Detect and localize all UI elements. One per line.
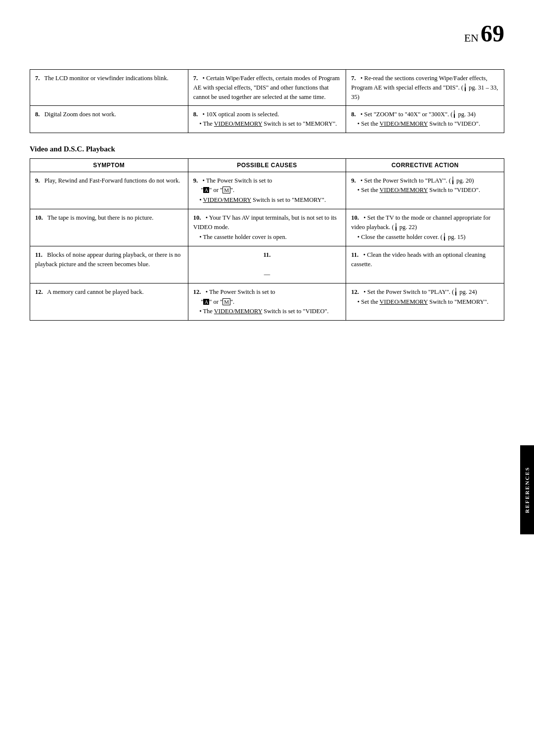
causes-cell-7: 7. • Certain Wipe/Fader effects, certain… (188, 70, 346, 106)
page-container: EN 69 REFERENCES 7. The LCD monitor or v… (0, 0, 534, 756)
symptom-cell-12: 12. A memory card cannot be played back. (30, 284, 188, 321)
causes-cell-9: 9. • The Power Switch is set to "A" or "… (188, 172, 346, 209)
symptom-cell-8: 8. Digital Zoom does not work. (30, 106, 188, 133)
symptom-cell-7: 7. The LCD monitor or viewfinder indicat… (30, 70, 188, 106)
table-row: 12. A memory card cannot be played back.… (30, 284, 504, 321)
row-num-11: 11. (35, 251, 43, 258)
row-num-7: 7. (35, 75, 40, 82)
row-num-9-action: 9. (351, 177, 356, 184)
action-cell-11: 11. • Clean the video heads with an opti… (346, 246, 504, 284)
action-cell-8: 8. • Set "ZOOM" to "40X" or "300X". (╽ p… (346, 106, 504, 133)
action-cell-10: 10. • Set the TV to the mode or channel … (346, 209, 504, 246)
page-num-value: 69 (481, 20, 504, 47)
section-heading: Video and D.S.C. Playback (30, 145, 504, 153)
row-num-8: 8. (35, 111, 40, 118)
row-num-11-action: 11. (351, 251, 358, 258)
action-cell-12: 12. • Set the Power Switch to "PLAY". (╽… (346, 284, 504, 321)
action-cell-7: 7. • Re-read the sections covering Wipe/… (346, 70, 504, 106)
table-row: 11. Blocks of noise appear during playba… (30, 246, 504, 284)
row-num-12-causes: 12. (193, 288, 201, 295)
top-table: 7. The LCD monitor or viewfinder indicat… (30, 69, 504, 133)
row-num-7-action: 7. (351, 75, 356, 82)
side-tab-label: REFERENCES (524, 467, 530, 513)
symptom-cell-10: 10. The tape is moving, but there is no … (30, 209, 188, 246)
row-num-11-causes: 11. (264, 251, 271, 258)
symptom-cell-9: 9. Play, Rewind and Fast-Forward functio… (30, 172, 188, 209)
causes-cell-12: 12. • The Power Switch is set to "A" or … (188, 284, 346, 321)
table-row: 10. The tape is moving, but there is no … (30, 209, 504, 246)
table-header-row: SYMPTOM POSSIBLE CAUSES CORRECTIVE ACTIO… (30, 158, 504, 172)
col-header-action: CORRECTIVE ACTION (346, 158, 504, 172)
table-row: 7. The LCD monitor or viewfinder indicat… (30, 70, 504, 106)
row-num-10: 10. (35, 214, 43, 221)
col-header-symptom: SYMPTOM (30, 158, 188, 172)
row-num-10-action: 10. (351, 214, 359, 221)
trouble-table: SYMPTOM POSSIBLE CAUSES CORRECTIVE ACTIO… (30, 158, 504, 321)
causes-cell-10: 10. • Your TV has AV input terminals, bu… (188, 209, 346, 246)
causes-cell-8: 8. • 10X optical zoom is selected. • The… (188, 106, 346, 133)
row-num-7-causes: 7. (193, 75, 198, 82)
row-num-8-action: 8. (351, 111, 356, 118)
action-cell-9: 9. • Set the Power Switch to "PLAY". (╽ … (346, 172, 504, 209)
table-row: 8. Digital Zoom does not work. 8. • 10X … (30, 106, 504, 133)
row-num-12-action: 12. (351, 288, 359, 295)
causes-cell-11: 11. — (188, 246, 346, 284)
col-header-causes: POSSIBLE CAUSES (188, 158, 346, 172)
en-label: EN (464, 32, 479, 45)
row-num-8-causes: 8. (193, 111, 198, 118)
row-num-12: 12. (35, 288, 43, 295)
main-content: 7. The LCD monitor or viewfinder indicat… (30, 69, 504, 321)
table-row: 9. Play, Rewind and Fast-Forward functio… (30, 172, 504, 209)
row-num-9: 9. (35, 177, 40, 184)
symptom-cell-11: 11. Blocks of noise appear during playba… (30, 246, 188, 284)
page-number: EN 69 (464, 20, 504, 47)
row-num-9-causes: 9. (193, 177, 198, 184)
side-tab: REFERENCES (520, 445, 534, 534)
row-num-10-causes: 10. (193, 214, 201, 221)
